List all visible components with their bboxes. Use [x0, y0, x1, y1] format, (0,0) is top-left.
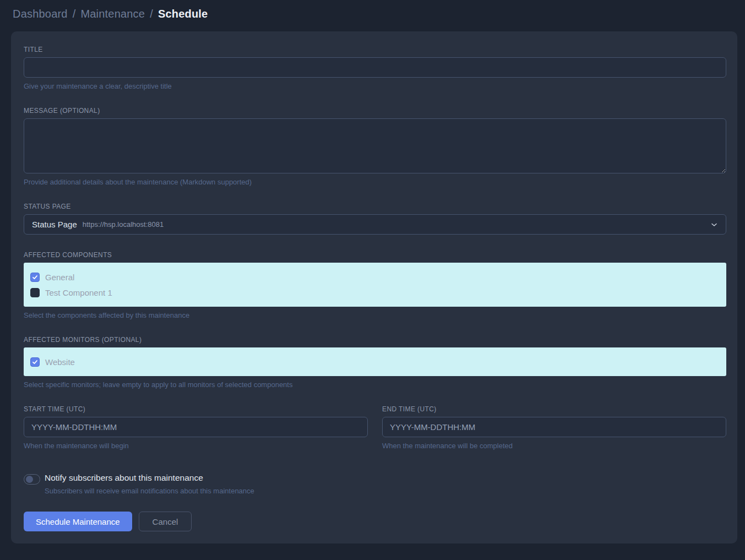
message-label: MESSAGE (OPTIONAL): [24, 107, 726, 115]
status-page-selected-name: Status Page: [32, 220, 77, 229]
breadcrumb-item-maintenance[interactable]: Maintenance: [80, 8, 145, 20]
notify-subscribers-label: Notify subscribers about this maintenanc…: [45, 473, 203, 482]
component-option-general[interactable]: General: [30, 270, 720, 284]
end-time-input[interactable]: [382, 417, 726, 437]
schedule-maintenance-form-card: TITLE Give your maintenance a clear, des…: [11, 31, 737, 543]
affected-components-helper-text: Select the components affected by this m…: [24, 311, 726, 319]
schedule-maintenance-button[interactable]: Schedule Maintenance: [24, 512, 132, 531]
breadcrumb-current-schedule: Schedule: [158, 8, 208, 20]
status-page-selected-url: https://hsp.localhost:8081: [83, 220, 164, 229]
notify-subscribers-toggle[interactable]: [24, 474, 40, 485]
time-fields-row: START TIME (UTC) When the maintenance wi…: [24, 405, 726, 450]
start-time-input[interactable]: [24, 417, 368, 437]
breadcrumb-item-dashboard[interactable]: Dashboard: [13, 8, 68, 20]
checkmark-icon: [32, 359, 38, 365]
status-page-select[interactable]: Status Page https://hsp.localhost:8081: [24, 214, 726, 235]
title-label: TITLE: [24, 46, 726, 53]
notify-subscribers-helper-text: Subscribers will receive email notificat…: [45, 487, 254, 495]
affected-components-field-group: AFFECTED COMPONENTS General Test Compone…: [24, 251, 726, 319]
top-bar: Dashboard / Maintenance / Schedule: [0, 0, 745, 28]
affected-monitors-listbox: Website: [24, 347, 726, 376]
toggle-knob: [26, 476, 33, 483]
cancel-button[interactable]: Cancel: [139, 512, 192, 531]
breadcrumb-separator: /: [150, 8, 153, 20]
message-helper-text: Provide additional details about the mai…: [24, 178, 726, 186]
breadcrumb-separator: /: [73, 8, 76, 20]
component-option-label: Test Component 1: [45, 288, 112, 297]
chevron-down-icon: [710, 221, 718, 229]
end-time-label: END TIME (UTC): [382, 405, 726, 413]
status-page-label: STATUS PAGE: [24, 203, 726, 210]
title-helper-text: Give your maintenance a clear, descripti…: [24, 82, 726, 90]
end-time-field-group: END TIME (UTC) When the maintenance will…: [382, 405, 726, 450]
monitor-option-website[interactable]: Website: [30, 355, 720, 368]
start-time-helper-text: When the maintenance will begin: [24, 442, 368, 450]
notify-subscribers-row: Notify subscribers about this maintenanc…: [24, 473, 726, 495]
monitor-option-label: Website: [45, 357, 75, 367]
status-page-field-group: STATUS PAGE Status Page https://hsp.loca…: [24, 203, 726, 235]
affected-components-label: AFFECTED COMPONENTS: [24, 251, 726, 259]
component-option-test-component-1[interactable]: Test Component 1: [30, 286, 720, 299]
checkbox-test-component-1[interactable]: [30, 288, 40, 297]
checkmark-icon: [32, 274, 38, 280]
affected-monitors-field-group: AFFECTED MONITORS (OPTIONAL) Website Sel…: [24, 336, 726, 389]
message-textarea[interactable]: [24, 118, 726, 173]
title-field-group: TITLE Give your maintenance a clear, des…: [24, 46, 726, 90]
affected-monitors-label: AFFECTED MONITORS (OPTIONAL): [24, 336, 726, 344]
form-actions: Schedule Maintenance Cancel: [24, 512, 726, 531]
start-time-field-group: START TIME (UTC) When the maintenance wi…: [24, 405, 368, 450]
affected-components-listbox: General Test Component 1: [24, 263, 726, 307]
end-time-helper-text: When the maintenance will be completed: [382, 442, 726, 450]
notify-texts: Notify subscribers about this maintenanc…: [45, 473, 254, 495]
title-input[interactable]: [24, 57, 726, 78]
checkbox-website[interactable]: [30, 357, 40, 367]
component-option-label: General: [45, 273, 74, 282]
affected-monitors-helper-text: Select specific monitors; leave empty to…: [24, 380, 726, 389]
start-time-label: START TIME (UTC): [24, 405, 368, 413]
message-field-group: MESSAGE (OPTIONAL) Provide additional de…: [24, 107, 726, 186]
checkbox-general[interactable]: [30, 273, 40, 282]
breadcrumb: Dashboard / Maintenance / Schedule: [13, 8, 208, 20]
